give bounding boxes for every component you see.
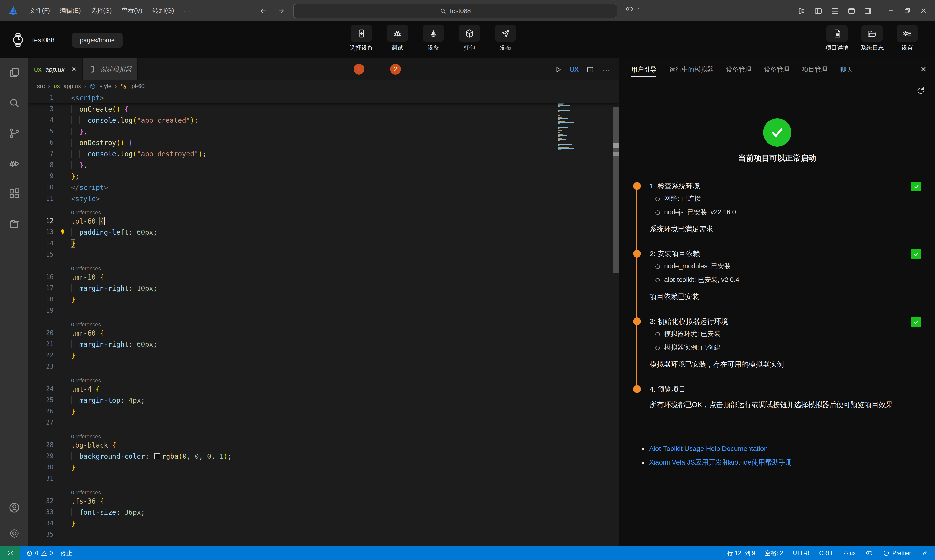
code-line[interactable]: 18} (28, 294, 620, 305)
panel-tab-设备管理[interactable]: 设备管理 (764, 58, 789, 80)
codelens-references[interactable]: 0 references (28, 265, 101, 271)
toolbar-button[interactable]: 打包 (458, 25, 481, 52)
project-library-icon[interactable] (8, 218, 20, 230)
code-line[interactable]: 28.bg-black { (28, 439, 620, 451)
ux-run-label[interactable]: UX (570, 66, 578, 73)
code-line[interactable]: 19 (28, 305, 620, 316)
settings-gear-icon[interactable] (8, 528, 20, 540)
lightbulb-icon[interactable] (59, 228, 66, 236)
code-line[interactable]: 24.mt-4 { (28, 383, 620, 394)
menu-item[interactable]: 选择(S) (86, 0, 117, 22)
status-item[interactable]: 行 12, 列 9 (727, 549, 755, 557)
menu-item[interactable]: ··· (179, 0, 195, 22)
more-actions-icon[interactable]: ··· (602, 65, 611, 74)
code-line[interactable]: 23 (28, 361, 620, 372)
copilot-status-icon[interactable] (866, 549, 873, 557)
toolbar-button[interactable]: 项目详情 (826, 25, 849, 52)
toggle-secondary-sidebar-icon[interactable] (864, 6, 872, 15)
code-line[interactable]: 31 (28, 473, 620, 484)
menu-item[interactable]: 文件(F) (25, 0, 55, 22)
codelens-references[interactable]: 0 references (28, 322, 101, 327)
toolbar-button[interactable]: 设置 (895, 25, 919, 52)
bug-icon[interactable] (387, 25, 408, 42)
code-line[interactable]: 6 onDestroy() { (28, 137, 620, 148)
codelens-references[interactable]: 0 references (28, 489, 101, 495)
panel-tab-用户引导[interactable]: 用户引导 (631, 58, 657, 80)
editor-scrollbar[interactable] (613, 107, 620, 273)
folder-open-icon[interactable] (861, 25, 883, 42)
problems-indicator[interactable]: 0 0 (26, 550, 53, 557)
panel-close-icon[interactable]: ✕ (921, 65, 926, 73)
toggle-top-panel-icon[interactable] (847, 6, 856, 15)
codelens-references[interactable]: 0 references (28, 209, 101, 215)
code-line[interactable]: 22} (28, 350, 620, 361)
breadcrumb-item[interactable]: style (99, 83, 111, 89)
back-arrow-icon[interactable] (259, 6, 268, 15)
panel-tab-运行中的模拟器[interactable]: 运行中的模拟器 (669, 58, 714, 80)
code-editor[interactable]: 1<script>3 onCreate() {4 console.log("ap… (28, 92, 620, 546)
code-line[interactable]: 7 console.log("app destroyed"); (28, 148, 620, 159)
toolbar-button[interactable]: 调试 (386, 25, 409, 52)
close-tab-icon[interactable]: ✕ (71, 66, 77, 73)
gear-list-icon[interactable] (897, 25, 918, 42)
code-line[interactable]: 35 (28, 529, 620, 540)
breadcrumb-item[interactable]: src (37, 83, 45, 89)
toggle-panel-icon[interactable] (831, 6, 839, 15)
status-item[interactable]: 空格: 2 (765, 549, 783, 557)
toolbar-button[interactable]: 发布 (494, 25, 517, 52)
code-line[interactable]: 26} (28, 406, 620, 417)
toggle-sidebar-icon[interactable] (814, 6, 823, 15)
toolbar-button[interactable]: 设备 (422, 25, 445, 52)
code-line[interactable]: 17 margin-right: 10px; (28, 282, 620, 294)
run-file-icon[interactable] (554, 66, 562, 73)
menu-item[interactable]: 查看(V) (117, 0, 148, 22)
forward-arrow-icon[interactable] (277, 6, 285, 15)
code-line[interactable]: 27 (28, 417, 620, 428)
code-line[interactable]: 3 onCreate() { (28, 103, 620, 114)
toolbar-button[interactable]: 系统日志 (861, 25, 884, 52)
notifications-bell-icon[interactable] (921, 549, 928, 557)
sailboat-icon[interactable] (423, 25, 444, 42)
help-link[interactable]: Aiot-Toolkit Usage Help Documentation (649, 445, 768, 452)
code-line[interactable]: 33 font-size: 36px; (28, 506, 620, 518)
close-window-button[interactable] (920, 7, 927, 15)
status-item[interactable]: {} ux (844, 550, 856, 557)
code-line[interactable]: 32.fs-36 { (28, 495, 620, 506)
code-line[interactable]: 13 padding-left: 60px; (28, 226, 620, 238)
codelens-references[interactable]: 0 references (28, 433, 101, 439)
code-line[interactable]: 29 background-color: rgba(0, 0, 0, 1); (28, 451, 620, 462)
minimize-button[interactable] (887, 7, 895, 15)
code-line[interactable]: 34} (28, 518, 620, 529)
package-icon[interactable] (459, 25, 480, 42)
breadcrumb-item[interactable]: .pl-60 (130, 83, 145, 89)
code-line[interactable]: 11<style> (28, 193, 620, 204)
code-line[interactable]: 15 (28, 249, 620, 260)
code-line[interactable]: 8 }, (28, 159, 620, 171)
code-line[interactable]: 20.mr-60 { (28, 327, 620, 338)
sticky-scroll-line[interactable]: 1<script> (28, 92, 620, 103)
codelens-references[interactable]: 0 references (28, 377, 101, 383)
status-item[interactable]: CRLF (819, 550, 834, 557)
code-line[interactable]: 5 }, (28, 126, 620, 137)
code-line[interactable]: 25 margin-top: 4px; (28, 394, 620, 406)
command-center-search[interactable]: test088 (293, 4, 618, 18)
customize-layout-icon[interactable] (798, 6, 806, 15)
refresh-icon[interactable] (916, 86, 925, 95)
help-link[interactable]: Xiaomi Vela JS应用开发和aiot-ide使用帮助手册 (649, 458, 792, 467)
code-line[interactable]: 10</script> (28, 182, 620, 193)
breadcrumb[interactable]: src›UXapp.ux›style›.pl-60 (28, 80, 620, 92)
extensions-icon[interactable] (8, 188, 20, 200)
copilot-menu[interactable] (625, 5, 640, 13)
device-plus-icon[interactable] (351, 25, 372, 42)
stop-button[interactable]: 停止 (61, 549, 72, 557)
account-icon[interactable] (8, 502, 20, 514)
remote-indicator[interactable] (0, 546, 20, 560)
code-line[interactable]: 14} (28, 238, 620, 249)
tab-app.ux[interactable]: UXapp.ux✕ (28, 58, 83, 80)
panel-tab-聊天[interactable]: 聊天 (840, 58, 853, 80)
toolbar-button[interactable]: 选择设备 (350, 25, 373, 52)
page-chip[interactable]: pages/home (72, 32, 123, 48)
code-line[interactable]: 16.mr-10 { (28, 271, 620, 282)
code-line[interactable]: 4 console.log("app created"); (28, 114, 620, 126)
status-item[interactable]: Prettier (883, 550, 911, 557)
